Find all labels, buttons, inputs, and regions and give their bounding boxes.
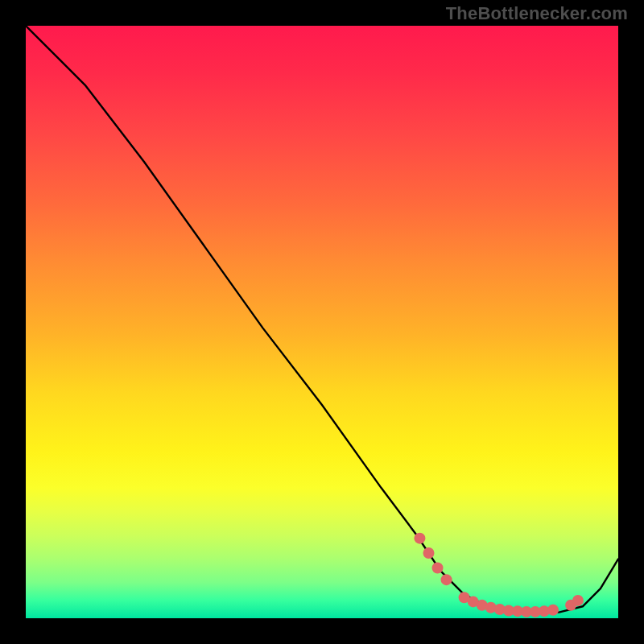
watermark-text: TheBottlenecker.com — [446, 5, 628, 23]
chart-stage: TheBottlenecker.com — [0, 0, 644, 644]
background-gradient — [26, 26, 618, 618]
plot-area — [26, 26, 618, 618]
